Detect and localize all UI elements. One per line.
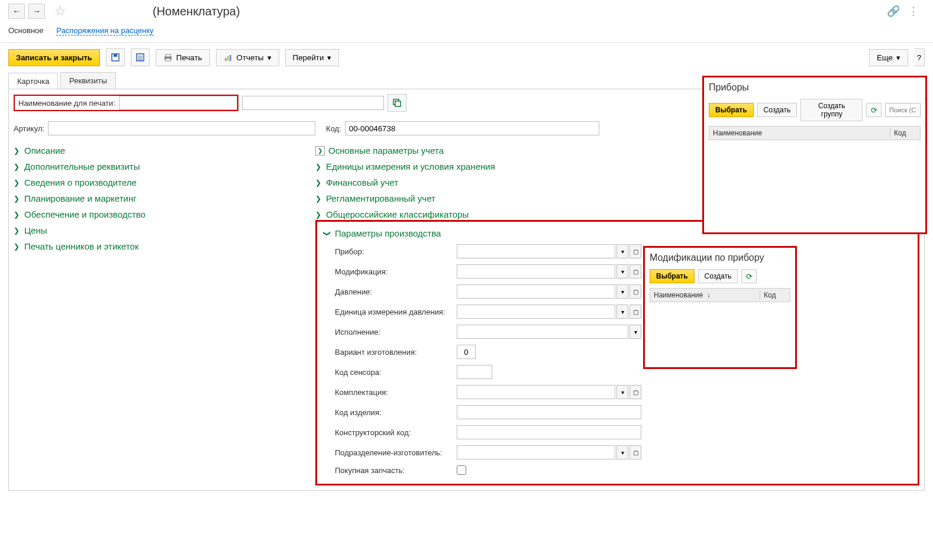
execution-input[interactable] — [457, 325, 628, 339]
devices-refresh-button[interactable]: ⟳ — [866, 103, 882, 117]
pressure-dropdown-button[interactable]: ▾ — [616, 284, 628, 299]
copy-icon-button[interactable] — [388, 94, 406, 112]
chevron-right-icon: ❯ — [315, 211, 321, 219]
variant-label: Вариант изготовления: — [335, 348, 457, 357]
chevron-right-icon: ❯ — [14, 226, 20, 235]
pressure-input[interactable] — [457, 284, 615, 299]
purchased-part-label: Покупная запчасть: — [335, 466, 457, 475]
modifications-select-button[interactable]: Выбрать — [650, 269, 695, 283]
section-description[interactable]: ❯Описание — [14, 143, 306, 158]
modifications-refresh-button[interactable]: ⟳ — [741, 269, 757, 283]
chevron-right-icon: ❯ — [14, 195, 20, 203]
devices-table-header: Наименование Код — [709, 126, 921, 140]
section-prices[interactable]: ❯Цены — [14, 222, 306, 238]
pressure-open-button[interactable]: ▢ — [629, 284, 641, 299]
favorite-star-icon[interactable]: ☆ — [54, 4, 66, 19]
section-manufacturer[interactable]: ❯Сведения о производителе — [14, 174, 306, 190]
constructor-code-input[interactable] — [457, 425, 641, 439]
modifications-col-code[interactable]: Код — [760, 291, 790, 299]
devices-col-code[interactable]: Код — [890, 129, 920, 137]
article-input[interactable] — [48, 121, 315, 135]
modifications-col-name[interactable]: Наименование ↓ — [650, 291, 760, 299]
modifications-popup-title: Модификации по прибору — [650, 253, 790, 263]
nav-pricing-orders[interactable]: Распоряжения на расценку — [56, 26, 153, 35]
print-button[interactable]: Печать — [156, 49, 210, 66]
printer-icon — [163, 53, 173, 61]
chevron-right-icon: ❯ — [14, 147, 20, 155]
print-name-input[interactable] — [119, 96, 237, 110]
code-label: Код: — [326, 124, 341, 133]
chevron-right-icon: ❯ — [14, 179, 20, 187]
svg-rect-7 — [166, 54, 170, 57]
save-close-button[interactable]: Записать и закрыть — [8, 49, 100, 66]
device-open-button[interactable]: ▢ — [629, 244, 641, 258]
chevron-down-icon: ▾ — [327, 53, 331, 62]
modification-dropdown-button[interactable]: ▾ — [616, 264, 628, 279]
nav-forward-button[interactable]: → — [28, 4, 45, 19]
product-code-input[interactable] — [457, 405, 641, 419]
chevron-down-icon: ❯ — [323, 231, 331, 237]
goto-button[interactable]: Перейти ▾ — [285, 49, 340, 66]
pressure-unit-label: Единица измерения давления: — [335, 307, 457, 316]
link-icon[interactable]: 🔗 — [887, 5, 900, 18]
chart-icon — [224, 53, 233, 61]
svg-rect-13 — [395, 101, 401, 106]
sort-arrow-icon: ↓ — [707, 291, 711, 299]
complectation-dropdown-button[interactable]: ▾ — [616, 385, 628, 399]
device-dropdown-button[interactable]: ▾ — [616, 244, 628, 258]
complectation-label: Комплектация: — [335, 388, 457, 397]
product-code-label: Код изделия: — [335, 408, 457, 417]
devices-create-button[interactable]: Создать — [757, 103, 798, 117]
more-button[interactable]: Еще ▾ — [869, 49, 908, 66]
devices-create-group-button[interactable]: Создать группу — [800, 99, 863, 121]
modifications-create-button[interactable]: Создать — [698, 269, 738, 283]
modification-open-button[interactable]: ▢ — [629, 264, 641, 279]
kebab-menu-icon[interactable]: ⋮ — [908, 5, 919, 18]
reports-button[interactable]: Отчеты ▾ — [216, 49, 279, 66]
variant-input[interactable] — [457, 345, 476, 359]
manufacturer-dept-dropdown-button[interactable]: ▾ — [616, 445, 628, 459]
section-planning[interactable]: ❯Планирование и маркетинг — [14, 190, 306, 206]
devices-col-name[interactable]: Наименование — [709, 129, 890, 137]
tab-props[interactable]: Реквизиты — [60, 72, 116, 89]
chevron-right-icon: ❯ — [315, 195, 321, 203]
chevron-right-icon: ❯ — [315, 163, 321, 171]
devices-popup: Приборы Выбрать Создать Создать группу ⟳… — [702, 76, 927, 234]
pressure-unit-dropdown-button[interactable]: ▾ — [616, 305, 628, 319]
svg-rect-11 — [230, 55, 231, 61]
list-icon-button[interactable] — [131, 48, 150, 66]
chevron-down-icon: ▾ — [267, 53, 272, 62]
section-labels[interactable]: ❯Печать ценников и этикеток — [14, 238, 306, 254]
complectation-input[interactable] — [457, 385, 615, 399]
svg-rect-1 — [114, 54, 117, 57]
complectation-open-button[interactable]: ▢ — [629, 385, 641, 399]
nav-main[interactable]: Основное — [8, 26, 44, 35]
device-label: Прибор: — [335, 247, 457, 256]
pressure-unit-open-button[interactable]: ▢ — [629, 305, 641, 319]
svg-rect-10 — [227, 56, 229, 61]
constructor-code-label: Конструкторский код: — [335, 428, 457, 437]
help-button[interactable]: ? — [914, 48, 925, 66]
nav-back-button[interactable]: ← — [8, 4, 25, 19]
modification-input[interactable] — [457, 264, 615, 279]
sensor-code-input[interactable] — [457, 365, 492, 379]
chevron-boxed-icon: ❯ — [315, 146, 325, 156]
purchased-part-checkbox[interactable] — [457, 465, 466, 475]
devices-select-button[interactable]: Выбрать — [709, 103, 754, 117]
devices-search-input[interactable] — [885, 103, 921, 117]
pressure-unit-input[interactable] — [457, 305, 615, 319]
manufacturer-dept-input[interactable] — [457, 445, 615, 459]
print-name-label: Наименование для печати: — [15, 99, 119, 108]
devices-popup-title: Приборы — [709, 82, 921, 93]
print-name-ext-input[interactable] — [242, 96, 384, 110]
modifications-table-header: Наименование ↓ Код — [650, 288, 790, 302]
save-icon-button[interactable] — [106, 48, 125, 66]
execution-dropdown-button[interactable]: ▾ — [629, 325, 641, 339]
manufacturer-dept-open-button[interactable]: ▢ — [629, 445, 641, 459]
section-extra-props[interactable]: ❯Дополнительные реквизиты — [14, 158, 306, 174]
article-label: Артикул: — [14, 124, 44, 133]
code-input[interactable] — [345, 121, 599, 135]
device-input[interactable] — [457, 244, 615, 258]
section-supply[interactable]: ❯Обеспечение и производство — [14, 206, 306, 222]
tab-card[interactable]: Карточка — [8, 73, 58, 89]
